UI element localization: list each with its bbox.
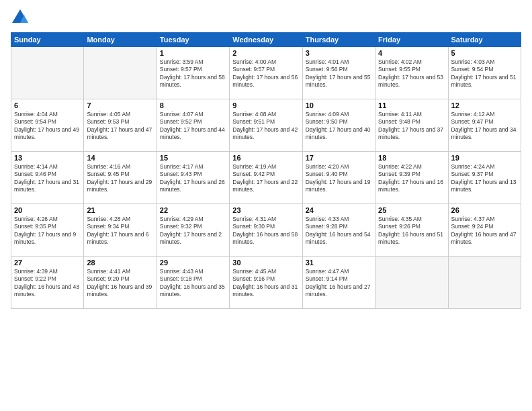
calendar-cell: 1Sunrise: 3:59 AM Sunset: 9:57 PM Daylig… <box>157 47 229 99</box>
calendar-cell: 7Sunrise: 4:05 AM Sunset: 9:53 PM Daylig… <box>84 99 157 152</box>
calendar-cell: 30Sunrise: 4:45 AM Sunset: 9:16 PM Dayli… <box>230 257 302 309</box>
day-number: 17 <box>306 154 372 162</box>
calendar-cell: 18Sunrise: 4:22 AM Sunset: 9:39 PM Dayli… <box>375 152 448 204</box>
day-number: 23 <box>232 206 299 214</box>
day-number: 25 <box>378 206 445 214</box>
day-number: 27 <box>14 259 81 267</box>
calendar-cell: 10Sunrise: 4:09 AM Sunset: 9:50 PM Dayli… <box>302 99 375 152</box>
day-info: Sunrise: 4:17 AM Sunset: 9:43 PM Dayligh… <box>160 163 226 194</box>
day-number: 9 <box>232 101 299 109</box>
day-info: Sunrise: 4:07 AM Sunset: 9:52 PM Dayligh… <box>160 111 226 142</box>
day-number: 22 <box>160 206 226 214</box>
weekday-saturday: Saturday <box>448 33 521 47</box>
day-number: 24 <box>306 206 372 214</box>
calendar-cell: 9Sunrise: 4:08 AM Sunset: 9:51 PM Daylig… <box>230 99 302 152</box>
calendar-cell <box>375 257 448 309</box>
day-info: Sunrise: 4:00 AM Sunset: 9:57 PM Dayligh… <box>232 58 299 89</box>
day-info: Sunrise: 4:03 AM Sunset: 9:54 PM Dayligh… <box>451 58 518 89</box>
day-number: 12 <box>451 101 518 109</box>
day-info: Sunrise: 4:28 AM Sunset: 9:34 PM Dayligh… <box>87 216 153 246</box>
day-info: Sunrise: 4:41 AM Sunset: 9:20 PM Dayligh… <box>87 268 153 299</box>
day-info: Sunrise: 4:47 AM Sunset: 9:14 PM Dayligh… <box>306 268 372 299</box>
day-number: 15 <box>160 154 226 162</box>
day-info: Sunrise: 4:04 AM Sunset: 9:54 PM Dayligh… <box>14 111 81 142</box>
day-info: Sunrise: 4:35 AM Sunset: 9:26 PM Dayligh… <box>378 216 445 246</box>
weekday-tuesday: Tuesday <box>157 33 229 47</box>
day-info: Sunrise: 4:39 AM Sunset: 9:22 PM Dayligh… <box>14 268 81 299</box>
day-info: Sunrise: 4:02 AM Sunset: 9:55 PM Dayligh… <box>378 58 445 89</box>
calendar-cell: 28Sunrise: 4:41 AM Sunset: 9:20 PM Dayli… <box>84 257 157 309</box>
day-info: Sunrise: 4:01 AM Sunset: 9:56 PM Dayligh… <box>306 58 372 89</box>
day-info: Sunrise: 4:29 AM Sunset: 9:32 PM Dayligh… <box>160 216 226 246</box>
calendar-cell: 29Sunrise: 4:43 AM Sunset: 9:18 PM Dayli… <box>157 257 229 309</box>
logo <box>11 8 32 27</box>
day-info: Sunrise: 4:33 AM Sunset: 9:28 PM Dayligh… <box>306 216 372 246</box>
day-info: Sunrise: 4:37 AM Sunset: 9:24 PM Dayligh… <box>451 216 518 246</box>
day-number: 10 <box>306 101 372 109</box>
header <box>11 8 521 27</box>
day-number: 20 <box>14 206 81 214</box>
weekday-friday: Friday <box>375 33 448 47</box>
day-number: 4 <box>378 49 445 57</box>
calendar-cell: 4Sunrise: 4:02 AM Sunset: 9:55 PM Daylig… <box>375 47 448 99</box>
day-info: Sunrise: 4:22 AM Sunset: 9:39 PM Dayligh… <box>378 163 445 194</box>
calendar-cell <box>84 47 157 99</box>
day-info: Sunrise: 4:45 AM Sunset: 9:16 PM Dayligh… <box>232 268 299 299</box>
calendar-cell: 20Sunrise: 4:26 AM Sunset: 9:35 PM Dayli… <box>11 204 84 257</box>
day-info: Sunrise: 4:05 AM Sunset: 9:53 PM Dayligh… <box>87 111 153 142</box>
calendar-cell <box>11 47 84 99</box>
day-info: Sunrise: 4:14 AM Sunset: 9:46 PM Dayligh… <box>14 163 81 194</box>
day-number: 8 <box>160 101 226 109</box>
day-info: Sunrise: 4:19 AM Sunset: 9:42 PM Dayligh… <box>232 163 299 194</box>
day-number: 1 <box>160 49 226 57</box>
day-number: 3 <box>306 49 372 57</box>
day-info: Sunrise: 4:11 AM Sunset: 9:48 PM Dayligh… <box>378 111 445 142</box>
calendar-cell: 27Sunrise: 4:39 AM Sunset: 9:22 PM Dayli… <box>11 257 84 309</box>
calendar-cell: 25Sunrise: 4:35 AM Sunset: 9:26 PM Dayli… <box>375 204 448 257</box>
day-number: 13 <box>14 154 81 162</box>
calendar-cell: 6Sunrise: 4:04 AM Sunset: 9:54 PM Daylig… <box>11 99 84 152</box>
calendar-week-5: 27Sunrise: 4:39 AM Sunset: 9:22 PM Dayli… <box>11 257 521 309</box>
day-info: Sunrise: 4:09 AM Sunset: 9:50 PM Dayligh… <box>306 111 372 142</box>
calendar-cell: 14Sunrise: 4:16 AM Sunset: 9:45 PM Dayli… <box>84 152 157 204</box>
day-number: 6 <box>14 101 81 109</box>
calendar-cell: 22Sunrise: 4:29 AM Sunset: 9:32 PM Dayli… <box>157 204 229 257</box>
day-info: Sunrise: 4:31 AM Sunset: 9:30 PM Dayligh… <box>232 216 299 246</box>
calendar-cell: 19Sunrise: 4:24 AM Sunset: 9:37 PM Dayli… <box>448 152 521 204</box>
day-info: Sunrise: 4:26 AM Sunset: 9:35 PM Dayligh… <box>14 216 81 246</box>
weekday-header-row: SundayMondayTuesdayWednesdayThursdayFrid… <box>11 33 521 47</box>
day-info: Sunrise: 4:43 AM Sunset: 9:18 PM Dayligh… <box>160 268 226 299</box>
day-number: 21 <box>87 206 153 214</box>
day-info: Sunrise: 4:08 AM Sunset: 9:51 PM Dayligh… <box>232 111 299 142</box>
calendar-cell: 2Sunrise: 4:00 AM Sunset: 9:57 PM Daylig… <box>230 47 302 99</box>
calendar-cell: 11Sunrise: 4:11 AM Sunset: 9:48 PM Dayli… <box>375 99 448 152</box>
day-number: 11 <box>378 101 445 109</box>
weekday-wednesday: Wednesday <box>230 33 302 47</box>
day-number: 2 <box>232 49 299 57</box>
day-info: Sunrise: 4:16 AM Sunset: 9:45 PM Dayligh… <box>87 163 153 194</box>
day-number: 14 <box>87 154 153 162</box>
calendar-week-3: 13Sunrise: 4:14 AM Sunset: 9:46 PM Dayli… <box>11 152 521 204</box>
calendar-cell: 12Sunrise: 4:12 AM Sunset: 9:47 PM Dayli… <box>448 99 521 152</box>
calendar-cell: 8Sunrise: 4:07 AM Sunset: 9:52 PM Daylig… <box>157 99 229 152</box>
logo-icon <box>11 8 30 27</box>
day-number: 29 <box>160 259 226 267</box>
day-info: Sunrise: 4:12 AM Sunset: 9:47 PM Dayligh… <box>451 111 518 142</box>
day-info: Sunrise: 3:59 AM Sunset: 9:57 PM Dayligh… <box>160 58 226 89</box>
calendar-cell: 16Sunrise: 4:19 AM Sunset: 9:42 PM Dayli… <box>230 152 302 204</box>
calendar-week-2: 6Sunrise: 4:04 AM Sunset: 9:54 PM Daylig… <box>11 99 521 152</box>
calendar-cell: 24Sunrise: 4:33 AM Sunset: 9:28 PM Dayli… <box>302 204 375 257</box>
day-number: 18 <box>378 154 445 162</box>
day-info: Sunrise: 4:20 AM Sunset: 9:40 PM Dayligh… <box>306 163 372 194</box>
weekday-sunday: Sunday <box>11 33 84 47</box>
calendar-table: SundayMondayTuesdayWednesdayThursdayFrid… <box>11 32 521 309</box>
day-number: 30 <box>232 259 299 267</box>
calendar-cell: 26Sunrise: 4:37 AM Sunset: 9:24 PM Dayli… <box>448 204 521 257</box>
day-number: 5 <box>451 49 518 57</box>
calendar-cell: 17Sunrise: 4:20 AM Sunset: 9:40 PM Dayli… <box>302 152 375 204</box>
day-info: Sunrise: 4:24 AM Sunset: 9:37 PM Dayligh… <box>451 163 518 194</box>
day-number: 31 <box>306 259 372 267</box>
calendar-cell: 13Sunrise: 4:14 AM Sunset: 9:46 PM Dayli… <box>11 152 84 204</box>
weekday-monday: Monday <box>84 33 157 47</box>
day-number: 16 <box>232 154 299 162</box>
